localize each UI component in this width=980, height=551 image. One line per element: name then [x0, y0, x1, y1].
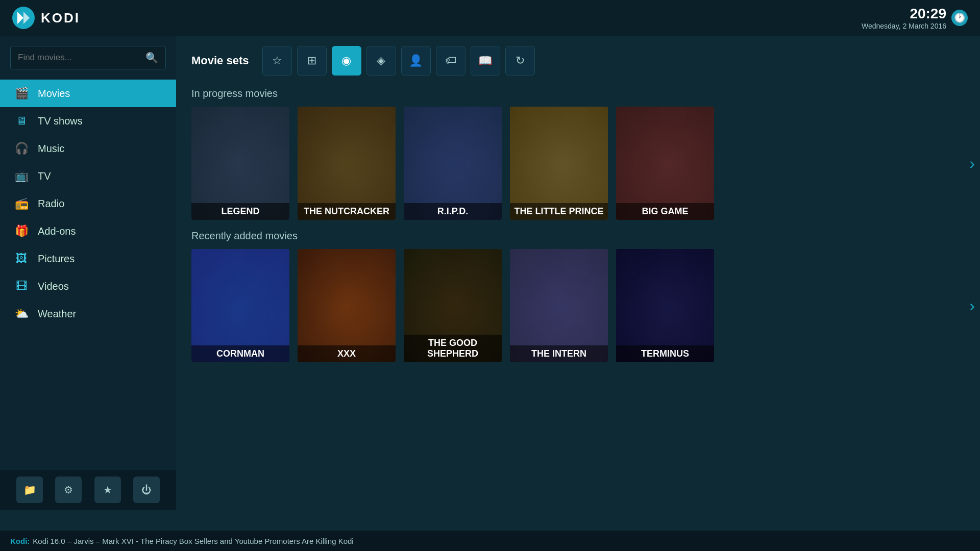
sidebar-item-weather[interactable]: ⛅ Weather	[0, 300, 176, 328]
clock-time: 20:29	[862, 6, 946, 22]
clock-area: 20:29 Wednesday, 2 March 2016 🕐	[862, 6, 968, 30]
files-button[interactable]: 📁	[16, 477, 43, 503]
section-title-recently-added: Recently added movies	[191, 230, 965, 242]
view-buttons: ☆⊞◉◈👤🏷📖↻	[262, 46, 535, 76]
nav-icon-videos: 🎞	[14, 280, 29, 293]
section-title-in-progress: In progress movies	[191, 88, 965, 99]
section-recently-added: Recently added moviesCORNMANxXxthe good …	[191, 230, 965, 362]
movie-poster-shepherd[interactable]: the good shepherd	[404, 249, 502, 362]
movie-row-recently-added: CORNMANxXxthe good shepherdThe INTERNTER…	[191, 249, 965, 362]
movie-title-terminus: TERMINUS	[616, 345, 714, 362]
status-label: Kodi:	[10, 537, 30, 545]
favorites-view-button[interactable]: ☆	[262, 46, 292, 76]
main-layout: 🔍 🎬 Movies 🖥 TV shows 🎧 Music 📺 TV 📻 Rad…	[0, 36, 980, 510]
person-view-button[interactable]: 👤	[401, 46, 431, 76]
movie-poster-nutcracker[interactable]: THE NUTCRACKER	[298, 107, 396, 220]
nowplaying-view-button[interactable]: ◉	[332, 46, 361, 76]
nav-label-videos: Videos	[38, 281, 69, 292]
nav-label-tv: TV	[38, 170, 51, 182]
book-view-button[interactable]: 📖	[471, 46, 500, 76]
sidebar-item-pictures[interactable]: 🖼 Pictures	[0, 245, 176, 272]
sidebar-item-movies[interactable]: 🎬 Movies	[0, 80, 176, 107]
content-area: Movie sets ☆⊞◉◈👤🏷📖↻ In progress moviesLE…	[176, 36, 980, 510]
movie-title-ripd: R.I.P.D.	[404, 203, 502, 220]
next-arrow-in-progress[interactable]: ›	[969, 154, 975, 173]
movie-title-xxx: xXx	[298, 345, 396, 362]
app-title: KODI	[41, 10, 80, 26]
settings-button[interactable]: ⚙	[55, 477, 82, 503]
search-input[interactable]	[18, 53, 140, 63]
nav-label-weather: Weather	[38, 308, 76, 320]
movie-row-wrapper-in-progress: LEGENDTHE NUTCRACKERR.I.P.D.The Little P…	[191, 107, 965, 220]
search-icon[interactable]: 🔍	[145, 52, 158, 64]
sidebar-item-radio[interactable]: 📻 Radio	[0, 190, 176, 217]
mask-view-button[interactable]: ◈	[366, 46, 396, 76]
status-text: Kodi 16.0 – Jarvis – Mark XVI - The Pira…	[33, 537, 353, 545]
movie-title-legend: LEGEND	[191, 203, 289, 220]
search-box[interactable]: 🔍	[10, 46, 166, 69]
status-bar: Kodi: Kodi 16.0 – Jarvis – Mark XVI - Th…	[0, 531, 980, 551]
movie-poster-cornman[interactable]: CORNMAN	[191, 249, 289, 362]
content-topbar: Movie sets ☆⊞◉◈👤🏷📖↻	[191, 46, 965, 76]
movie-poster-biggame[interactable]: BIG GAME	[616, 107, 714, 220]
movie-poster-legend[interactable]: LEGEND	[191, 107, 289, 220]
movie-title-nutcracker: THE NUTCRACKER	[298, 203, 396, 220]
nav-icon-pictures: 🖼	[14, 252, 29, 265]
nav-icon-weather: ⛅	[14, 307, 29, 320]
nav-icon-tv: 📺	[14, 169, 29, 183]
nav-label-addons: Add-ons	[38, 226, 76, 237]
sidebar-item-music[interactable]: 🎧 Music	[0, 135, 176, 162]
logo-area: KODI	[12, 7, 80, 29]
header: KODI 20:29 Wednesday, 2 March 2016 🕐	[0, 0, 980, 36]
movie-title-cornman: CORNMAN	[191, 345, 289, 362]
movie-title-biggame: BIG GAME	[616, 203, 714, 220]
section-in-progress: In progress moviesLEGENDTHE NUTCRACKERR.…	[191, 88, 965, 220]
nav-icon-radio: 📻	[14, 197, 29, 210]
movie-row-wrapper-recently-added: CORNMANxXxthe good shepherdThe INTERNTER…	[191, 249, 965, 362]
clock-icon: 🕐	[951, 10, 968, 26]
movie-poster-xxx[interactable]: xXx	[298, 249, 396, 362]
movie-poster-terminus[interactable]: TERMINUS	[616, 249, 714, 362]
sections-container: In progress moviesLEGENDTHE NUTCRACKERR.…	[191, 88, 965, 362]
kodi-logo-icon	[12, 7, 35, 29]
tag-view-button[interactable]: 🏷	[436, 46, 465, 76]
sidebar: 🔍 🎬 Movies 🖥 TV shows 🎧 Music 📺 TV 📻 Rad…	[0, 36, 176, 510]
nav-label-tvshows: TV shows	[38, 115, 83, 127]
favorites-button[interactable]: ★	[94, 477, 121, 503]
movie-poster-ripd[interactable]: R.I.P.D.	[404, 107, 502, 220]
grid-view-button[interactable]: ⊞	[297, 46, 327, 76]
sidebar-item-tv[interactable]: 📺 TV	[0, 162, 176, 190]
nav-icon-addons: 🎁	[14, 224, 29, 238]
movie-poster-littleprince[interactable]: The Little Prince	[510, 107, 608, 220]
movie-title-intern: The INTERN	[510, 345, 608, 362]
nav-icon-music: 🎧	[14, 142, 29, 155]
nav-label-movies: Movies	[38, 88, 70, 99]
nav-label-pictures: Pictures	[38, 253, 75, 265]
movie-title-shepherd: the good shepherd	[404, 335, 502, 362]
movie-title-littleprince: The Little Prince	[510, 203, 608, 220]
nav-icon-tvshows: 🖥	[14, 114, 29, 128]
nav-items: 🎬 Movies 🖥 TV shows 🎧 Music 📺 TV 📻 Radio…	[0, 80, 176, 469]
nav-label-radio: Radio	[38, 198, 64, 210]
nav-label-music: Music	[38, 143, 64, 155]
sidebar-item-addons[interactable]: 🎁 Add-ons	[0, 217, 176, 245]
next-arrow-recently-added[interactable]: ›	[969, 296, 975, 315]
refresh-view-button[interactable]: ↻	[505, 46, 535, 76]
sidebar-item-tvshows[interactable]: 🖥 TV shows	[0, 107, 176, 135]
movie-row-in-progress: LEGENDTHE NUTCRACKERR.I.P.D.The Little P…	[191, 107, 965, 220]
movie-sets-label: Movie sets	[191, 54, 249, 67]
sidebar-footer: 📁 ⚙ ★ ⏻	[0, 469, 176, 510]
movie-poster-intern[interactable]: The INTERN	[510, 249, 608, 362]
sidebar-item-videos[interactable]: 🎞 Videos	[0, 272, 176, 300]
clock-date: Wednesday, 2 March 2016	[862, 22, 946, 30]
nav-icon-movies: 🎬	[14, 87, 29, 100]
power-button[interactable]: ⏻	[133, 477, 160, 503]
